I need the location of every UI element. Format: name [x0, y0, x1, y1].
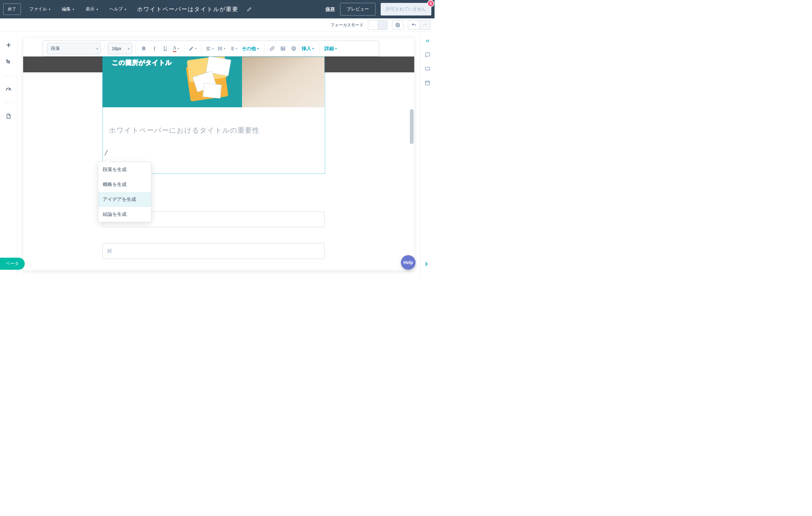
separator	[184, 44, 184, 54]
form-field-last-name[interactable]: 姓	[103, 243, 324, 259]
menu-view[interactable]: 表示 ▾	[83, 4, 101, 14]
next-page-button[interactable]	[423, 261, 430, 267]
svg-rect-5	[425, 81, 430, 85]
chevron-right-icon	[423, 261, 430, 267]
italic-button[interactable]: I	[150, 43, 159, 54]
add-module-button[interactable]	[5, 41, 12, 49]
editor-canvas[interactable]: 段落 ▾ 18px ▾ B I U A ▾ ▾	[23, 37, 414, 270]
rte-toolbar: 段落 ▾ 18px ▾ B I U A ▾ ▾	[43, 40, 379, 56]
publish-disabled-label: 許可されていません	[386, 6, 426, 11]
redo-button[interactable]	[419, 20, 431, 30]
svg-point-0	[397, 24, 398, 26]
calendar-icon	[425, 80, 430, 86]
chevron-down-icon: ▾	[128, 47, 129, 51]
font-size-value: 18px	[112, 46, 121, 51]
right-rail	[420, 32, 435, 276]
exit-button[interactable]: 終了	[3, 3, 21, 15]
comments-button[interactable]	[425, 52, 430, 58]
insert-image-button[interactable]	[278, 43, 288, 54]
scrollbar-thumb[interactable]	[410, 109, 414, 144]
chevron-down-icon: ▾	[96, 8, 98, 11]
chevron-down-icon: ▾	[257, 47, 259, 50]
align-button[interactable]: ▾	[205, 43, 215, 54]
insert-menu-button[interactable]: 挿入 ▾	[300, 46, 316, 52]
popup-item-generate-conclusion[interactable]: 結論を生成	[98, 207, 151, 222]
focus-mode-toggle[interactable]	[368, 20, 387, 30]
notification-badge: 5	[427, 0, 434, 7]
svg-point-3	[7, 60, 8, 61]
slash-command-trigger[interactable]: /	[105, 148, 107, 157]
gauge-icon	[5, 86, 12, 93]
pencil-icon[interactable]	[247, 7, 252, 12]
image-icon	[281, 46, 286, 51]
insert-link-button[interactable]	[267, 43, 277, 54]
advanced-menu-button[interactable]: 詳細 ▾	[323, 46, 339, 52]
topbar: 終了 ファイル ▾ 編集 ▾ 表示 ▾ ヘルプ ▾ ホワイトペーパーはタイトルが…	[0, 0, 435, 19]
file-button[interactable]	[5, 112, 12, 120]
menu-help-label: ヘルプ	[110, 6, 123, 12]
svg-point-12	[293, 48, 293, 48]
help-button[interactable]: Help	[401, 255, 415, 270]
settings-button[interactable]	[392, 20, 403, 30]
contents-tree-button[interactable]	[5, 58, 12, 66]
menu-edit-label: 編集	[62, 6, 71, 12]
list-ol-icon	[229, 46, 234, 51]
undo-redo-group	[408, 20, 431, 30]
insert-label: 挿入	[302, 46, 311, 52]
svg-point-6	[218, 47, 219, 48]
more-label: その他	[242, 46, 256, 52]
chevron-down-icon: ▾	[236, 47, 237, 50]
menu-edit[interactable]: 編集 ▾	[59, 4, 78, 14]
chevron-down-icon: ▾	[224, 47, 226, 50]
highlight-color-button[interactable]: ▾	[187, 43, 198, 54]
menu-view-label: 表示	[86, 6, 94, 12]
smile-icon	[291, 46, 296, 51]
optimize-button[interactable]	[5, 85, 12, 93]
svg-point-13	[294, 48, 294, 48]
toggle-knob	[378, 21, 387, 29]
chevron-down-icon: ▾	[195, 47, 197, 50]
svg-point-7	[218, 48, 219, 49]
link-icon	[270, 46, 275, 51]
chevron-down-icon: ▾	[212, 47, 214, 50]
gear-icon	[395, 23, 400, 28]
align-left-icon	[206, 46, 211, 51]
text-color-icon: A	[173, 45, 177, 52]
document-title: ホワイトペーパーはタイトルが重要	[137, 5, 238, 13]
focus-mode-label: フォーカスモード	[330, 22, 364, 28]
chevron-down-icon: ▾	[72, 8, 74, 11]
more-formatting-button[interactable]: その他 ▾	[240, 46, 261, 52]
redo-icon	[423, 23, 428, 28]
list-ul-button[interactable]: ▾	[216, 43, 227, 54]
hero-overlay-text: この箇所がタイトル	[112, 58, 172, 67]
text-color-button[interactable]: A ▾	[171, 43, 181, 54]
popup-item-generate-paragraph[interactable]: 段落を生成	[98, 162, 151, 177]
menu-help[interactable]: ヘルプ ▾	[106, 4, 129, 14]
underline-button[interactable]: U	[161, 43, 170, 54]
bold-button[interactable]: B	[139, 43, 148, 54]
paragraph-style-select[interactable]: 段落 ▾	[47, 43, 101, 54]
collapse-panel-button[interactable]	[425, 38, 430, 44]
popup-item-generate-ideas[interactable]: アイデアを生成	[98, 192, 151, 207]
file-icon	[6, 113, 11, 120]
heading-placeholder[interactable]: ホワイトペーパーにおけるタイトルの重要性	[109, 126, 259, 135]
insert-emoji-button[interactable]	[289, 43, 298, 54]
featured-image[interactable]: この箇所がタイトル	[103, 56, 324, 107]
svg-point-11	[292, 47, 296, 51]
beta-pill[interactable]: ベータ	[0, 258, 25, 270]
canvas-wrap: 段落 ▾ 18px ▾ B I U A ▾ ▾	[18, 32, 420, 276]
svg-point-10	[282, 48, 283, 49]
separator	[201, 44, 201, 54]
undo-button[interactable]	[408, 20, 419, 30]
popup-item-generate-outline[interactable]: 概略を生成	[98, 177, 151, 192]
publish-disabled-button: 許可されていません 5	[381, 3, 431, 16]
menu-file[interactable]: ファイル ▾	[26, 4, 54, 14]
schedule-button[interactable]	[425, 80, 430, 86]
font-size-select[interactable]: 18px ▾	[108, 43, 132, 54]
devices-button[interactable]	[425, 66, 430, 72]
save-button[interactable]: 保存	[325, 6, 335, 12]
preview-button[interactable]: プレビュー	[340, 3, 376, 16]
list-ol-button[interactable]: ▾	[228, 43, 238, 54]
svg-point-1	[8, 61, 9, 61]
highlighter-icon	[189, 46, 194, 51]
